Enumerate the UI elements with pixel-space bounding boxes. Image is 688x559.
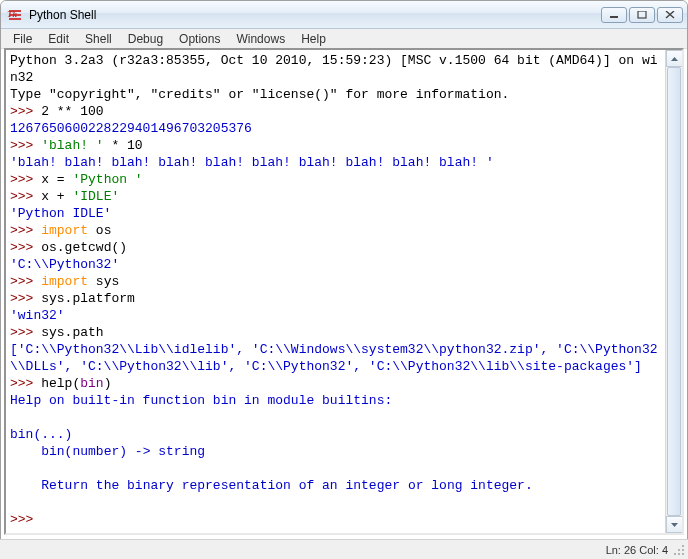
shell-output: ['C:\\Python32\\Lib\\idlelib', 'C:\\Wind… bbox=[10, 342, 658, 374]
shell-output: bin(number) -> string bbox=[10, 444, 205, 459]
shell-text-area[interactable]: Python 3.2a3 (r32a3:85355, Oct 10 2010, … bbox=[6, 50, 665, 533]
svg-point-10 bbox=[678, 553, 680, 555]
prompt: >>> bbox=[10, 376, 41, 391]
shell-input: help( bbox=[41, 376, 80, 391]
shell-output: bin(...) bbox=[10, 427, 72, 442]
menubar: File Edit Shell Debug Options Windows He… bbox=[1, 29, 687, 49]
shell-input: ) bbox=[104, 376, 112, 391]
app-icon: Tk bbox=[7, 7, 23, 23]
shell-input: x + bbox=[41, 189, 72, 204]
svg-point-8 bbox=[682, 549, 684, 551]
cursor-position: Ln: 26 Col: 4 bbox=[606, 544, 668, 556]
prompt: >>> bbox=[10, 240, 41, 255]
svg-point-9 bbox=[674, 553, 676, 555]
prompt: >>> bbox=[10, 223, 41, 238]
svg-rect-5 bbox=[638, 11, 646, 18]
titlebar: Tk Python Shell bbox=[1, 1, 687, 29]
svg-rect-4 bbox=[610, 16, 618, 18]
prompt: >>> bbox=[10, 291, 41, 306]
scrollbar-thumb[interactable] bbox=[667, 67, 681, 516]
svg-point-11 bbox=[682, 553, 684, 555]
shell-input: os.getcwd() bbox=[41, 240, 127, 255]
menu-help[interactable]: Help bbox=[293, 31, 334, 47]
prompt: >>> bbox=[10, 274, 41, 289]
scrollbar[interactable] bbox=[665, 50, 682, 533]
close-button[interactable] bbox=[657, 7, 683, 23]
shell-output: 'C:\\Python32' bbox=[10, 257, 119, 272]
menu-edit[interactable]: Edit bbox=[40, 31, 77, 47]
shell-header2: Type "copyright", "credits" or "license(… bbox=[10, 87, 509, 102]
svg-text:Tk: Tk bbox=[7, 9, 17, 19]
shell-input: sys bbox=[88, 274, 119, 289]
menu-shell[interactable]: Shell bbox=[77, 31, 120, 47]
window-title: Python Shell bbox=[29, 8, 601, 22]
shell-input: os bbox=[88, 223, 111, 238]
shell-input: sys.platform bbox=[41, 291, 135, 306]
prompt: >>> bbox=[10, 104, 41, 119]
window-controls bbox=[601, 7, 683, 23]
shell-output: 'blah! blah! blah! blah! blah! blah! bla… bbox=[10, 155, 494, 170]
prompt: >>> bbox=[10, 138, 41, 153]
shell-output: 'Python IDLE' bbox=[10, 206, 111, 221]
menu-debug[interactable]: Debug bbox=[120, 31, 171, 47]
shell-input: sys.path bbox=[41, 325, 103, 340]
shell-keyword: import bbox=[41, 274, 88, 289]
shell-header: Python 3.2a3 (r32a3:85355, Oct 10 2010, … bbox=[10, 53, 658, 85]
shell-input: * 10 bbox=[104, 138, 143, 153]
prompt: >>> bbox=[10, 325, 41, 340]
svg-point-6 bbox=[682, 545, 684, 547]
shell-string: 'Python ' bbox=[72, 172, 142, 187]
minimize-button[interactable] bbox=[601, 7, 627, 23]
menu-windows[interactable]: Windows bbox=[228, 31, 293, 47]
prompt: >>> bbox=[10, 172, 41, 187]
scroll-down-button[interactable] bbox=[666, 516, 683, 533]
shell-input: x = bbox=[41, 172, 72, 187]
shell-keyword: import bbox=[41, 223, 88, 238]
shell-input: 2 ** 100 bbox=[41, 104, 103, 119]
shell-string: 'blah! ' bbox=[41, 138, 103, 153]
menu-options[interactable]: Options bbox=[171, 31, 228, 47]
shell-string: 'IDLE' bbox=[72, 189, 119, 204]
scroll-up-button[interactable] bbox=[666, 50, 683, 67]
menu-file[interactable]: File bbox=[5, 31, 40, 47]
shell-output: Help on built-in function bin in module … bbox=[10, 393, 392, 408]
shell-output: Return the binary representation of an i… bbox=[10, 478, 533, 493]
shell-builtin: bin bbox=[80, 376, 103, 391]
resize-grip-icon[interactable] bbox=[672, 543, 686, 557]
svg-point-7 bbox=[678, 549, 680, 551]
statusbar: Ln: 26 Col: 4 bbox=[0, 539, 688, 559]
prompt: >>> bbox=[10, 189, 41, 204]
shell-output: 'win32' bbox=[10, 308, 65, 323]
prompt: >>> bbox=[10, 512, 41, 527]
maximize-button[interactable] bbox=[629, 7, 655, 23]
content-frame: Python 3.2a3 (r32a3:85355, Oct 10 2010, … bbox=[4, 48, 684, 535]
shell-output: 1267650600228229401496703205376 bbox=[10, 121, 252, 136]
